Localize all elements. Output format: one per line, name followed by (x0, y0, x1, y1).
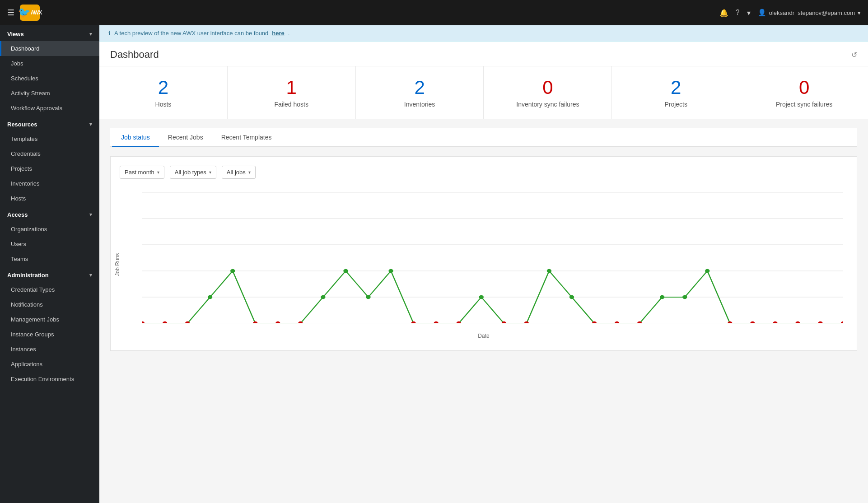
navbar-right-actions: 🔔 ? ▾ 👤 oleksandr_stepanov@epam.com ▾ (719, 9, 861, 17)
failed-hosts-label: Failed hosts (235, 101, 348, 108)
sidebar-section-resources[interactable]: Resources ▾ (0, 116, 99, 131)
sidebar-section-views[interactable]: Views ▾ (0, 25, 99, 41)
sidebar-section-administration[interactable]: Administration ▾ (0, 266, 99, 282)
access-chevron-icon: ▾ (89, 212, 92, 218)
filters-row: Past month ▾ All job types ▾ All jobs ▾ (120, 166, 848, 179)
help-icon[interactable]: ? (736, 9, 740, 17)
inventories-label: Inventories (363, 101, 476, 108)
sidebar-item-dashboard[interactable]: Dashboard (0, 41, 99, 56)
projects-label: Projects (619, 101, 733, 108)
job-filter-arrow: ▾ (248, 170, 251, 175)
views-chevron-icon: ▾ (89, 31, 92, 37)
sidebar-item-hosts[interactable]: Hosts (0, 191, 99, 206)
notifications-icon[interactable]: 🔔 (719, 9, 728, 17)
inventories-value: 2 (363, 77, 476, 98)
sidebar-item-notifications[interactable]: Notifications (0, 297, 99, 312)
sidebar-item-templates[interactable]: Templates (0, 131, 99, 146)
dashboard-body: Job status Recent Jobs Recent Templates … (99, 119, 868, 503)
svg-point-70 (728, 321, 732, 323)
sidebar-item-credentials[interactable]: Credentials (0, 146, 99, 161)
page-title: Dashboard (110, 49, 159, 61)
x-axis-label: Date (478, 333, 489, 339)
sidebar-item-management-jobs[interactable]: Management Jobs (0, 312, 99, 327)
info-banner: ℹ A tech preview of the new AWX user int… (99, 25, 868, 42)
stat-card-hosts[interactable]: 2 Hosts (99, 66, 228, 119)
chart-section: Past month ▾ All job types ▾ All jobs ▾ … (110, 156, 857, 351)
svg-point-45 (163, 321, 167, 323)
hamburger-menu[interactable]: ☰ (7, 8, 14, 18)
sidebar-item-organizations[interactable]: Organizations (0, 222, 99, 237)
logo-text: AWX (31, 9, 42, 16)
svg-point-50 (275, 321, 280, 323)
svg-point-75 (841, 321, 843, 323)
sidebar-item-applications[interactable]: Applications (0, 357, 99, 372)
administration-chevron-icon: ▾ (89, 272, 92, 278)
tab-job-status[interactable]: Job status (112, 128, 159, 147)
job-type-filter-arrow: ▾ (209, 170, 211, 175)
job-type-filter[interactable]: All job types ▾ (170, 166, 216, 179)
sidebar-item-instances[interactable]: Instances (0, 342, 99, 357)
stat-card-project-sync-failures[interactable]: 0 Project sync failures (740, 66, 868, 119)
resources-chevron-icon: ▾ (89, 121, 92, 127)
resources-section-label: Resources (7, 121, 37, 128)
sidebar-item-inventories[interactable]: Inventories (0, 176, 99, 191)
user-avatar-icon: 👤 (758, 9, 766, 17)
tab-bar: Job status Recent Jobs Recent Templates (110, 128, 857, 147)
chart-container: Job Runs 5 4 3 2 1 (120, 188, 848, 341)
failed-hosts-value: 1 (235, 77, 348, 98)
help-chevron-icon[interactable]: ▾ (747, 9, 751, 17)
views-section-label: Views (7, 31, 24, 37)
projects-value: 2 (619, 77, 733, 98)
sidebar-item-projects[interactable]: Projects (0, 161, 99, 176)
svg-point-56 (411, 321, 415, 323)
awx-logo-badge: 🐦 AWX (20, 5, 40, 21)
sidebar-section-access[interactable]: Access ▾ (0, 206, 99, 222)
hosts-value: 2 (107, 77, 220, 98)
job-filter[interactable]: All jobs ▾ (222, 166, 256, 179)
banner-link[interactable]: here (272, 30, 284, 37)
sidebar-item-execution-environments[interactable]: Execution Environments (0, 372, 99, 387)
project-sync-failures-label: Project sync failures (747, 101, 861, 108)
banner-text-after: . (288, 30, 290, 37)
stat-card-failed-hosts[interactable]: 1 Failed hosts (228, 66, 356, 119)
svg-point-57 (434, 321, 439, 323)
sidebar-item-instance-groups[interactable]: Instance Groups (0, 327, 99, 342)
stat-card-inventory-sync-failures[interactable]: 0 Inventory sync failures (484, 66, 612, 119)
sidebar-item-users[interactable]: Users (0, 237, 99, 252)
hosts-label: Hosts (107, 101, 220, 108)
svg-point-53 (343, 269, 348, 273)
svg-point-48 (230, 269, 235, 273)
info-icon: ℹ (108, 30, 111, 37)
sidebar-item-credential-types[interactable]: Credential Types (0, 282, 99, 297)
stat-card-inventories[interactable]: 2 Inventories (356, 66, 484, 119)
top-navbar: ☰ 🐦 AWX 🔔 ? ▾ 👤 oleksandr_stepanov@epam.… (0, 0, 868, 25)
sidebar-item-teams[interactable]: Teams (0, 252, 99, 266)
period-filter-arrow: ▾ (157, 170, 159, 175)
svg-point-72 (773, 321, 777, 323)
project-sync-failures-value: 0 (747, 77, 861, 98)
tab-recent-templates[interactable]: Recent Templates (212, 128, 281, 147)
sidebar: Views ▾ Dashboard Jobs Schedules Activit… (0, 25, 99, 503)
main-content: ℹ A tech preview of the new AWX user int… (99, 25, 868, 503)
sidebar-item-activity-stream[interactable]: Activity Stream (0, 86, 99, 101)
period-filter[interactable]: Past month ▾ (120, 166, 164, 179)
inventory-sync-failures-label: Inventory sync failures (491, 101, 604, 108)
tab-recent-jobs[interactable]: Recent Jobs (159, 128, 212, 147)
svg-point-63 (569, 295, 574, 299)
sidebar-item-schedules[interactable]: Schedules (0, 71, 99, 86)
inventory-sync-failures-value: 0 (491, 77, 604, 98)
refresh-icon[interactable]: ↺ (851, 51, 857, 59)
administration-section-label: Administration (7, 272, 49, 279)
svg-point-55 (388, 269, 393, 273)
sidebar-item-workflow-approvals[interactable]: Workflow Approvals (0, 101, 99, 116)
user-chevron-icon: ▾ (858, 9, 861, 16)
user-menu[interactable]: 👤 oleksandr_stepanov@epam.com ▾ (758, 9, 861, 17)
banner-text: A tech preview of the new AWX user inter… (114, 30, 268, 37)
job-type-filter-label: All job types (175, 169, 206, 176)
sidebar-item-jobs[interactable]: Jobs (0, 56, 99, 71)
svg-point-61 (524, 321, 529, 323)
stat-card-projects[interactable]: 2 Projects (612, 66, 740, 119)
stats-row: 2 Hosts 1 Failed hosts 2 Inventories 0 I… (99, 66, 868, 119)
svg-point-67 (660, 295, 664, 299)
svg-point-54 (366, 295, 370, 299)
